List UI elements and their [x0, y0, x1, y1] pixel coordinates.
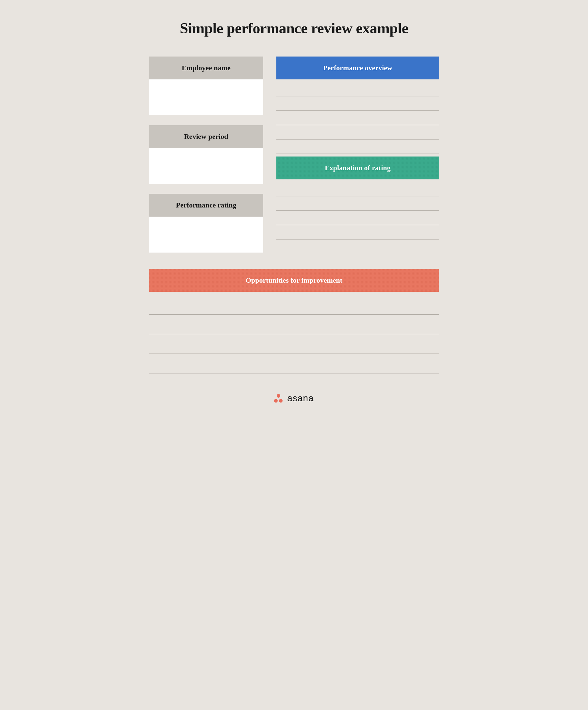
logo-area: asana — [149, 393, 439, 404]
bottom-section: Opportunities for improvement — [149, 269, 439, 374]
right-column: Performance overview Explanation of rati… — [276, 56, 439, 253]
overview-line-2 — [276, 96, 439, 111]
performance-overview-header: Performance overview — [276, 56, 439, 79]
overview-line-4 — [276, 125, 439, 140]
opportunities-lines — [149, 295, 439, 374]
explanation-line-3 — [276, 211, 439, 225]
employee-name-input[interactable] — [149, 79, 263, 115]
asana-dots-row — [274, 399, 283, 403]
opportunities-line-2 — [149, 315, 439, 334]
main-content: Employee name Review period Performance … — [149, 56, 439, 253]
asana-dot-top — [277, 394, 280, 398]
overview-line-1 — [276, 82, 439, 96]
performance-overview-lines — [276, 82, 439, 154]
review-period-label: Review period — [149, 125, 263, 148]
asana-dot-left — [274, 399, 278, 403]
asana-logo-text: asana — [287, 393, 314, 404]
performance-rating-label: Performance rating — [149, 194, 263, 217]
page-container: Simple performance review example Employ… — [129, 0, 459, 430]
opportunities-line-1 — [149, 295, 439, 315]
explanation-lines — [276, 182, 439, 239]
opportunities-line-3 — [149, 334, 439, 354]
review-period-input[interactable] — [149, 148, 263, 184]
opportunities-line-4 — [149, 354, 439, 374]
explanation-line-2 — [276, 196, 439, 211]
page-title: Simple performance review example — [149, 20, 439, 37]
explanation-line-4 — [276, 225, 439, 239]
asana-logo-icon — [274, 394, 283, 403]
left-column: Employee name Review period Performance … — [149, 56, 263, 253]
employee-name-label: Employee name — [149, 56, 263, 79]
explanation-line-1 — [276, 182, 439, 196]
asana-dot-right — [279, 399, 283, 403]
performance-rating-input[interactable] — [149, 217, 263, 253]
opportunities-header: Opportunities for improvement — [149, 269, 439, 292]
overview-line-5 — [276, 140, 439, 154]
explanation-of-rating-header: Explanation of rating — [276, 157, 439, 180]
overview-line-3 — [276, 111, 439, 125]
